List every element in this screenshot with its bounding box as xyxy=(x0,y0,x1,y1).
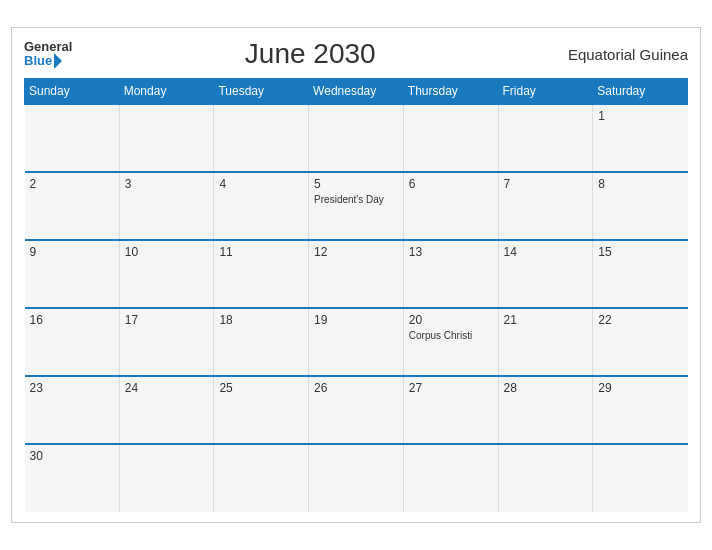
day-number: 10 xyxy=(125,245,209,259)
header-thursday: Thursday xyxy=(403,79,498,105)
day-number: 30 xyxy=(30,449,114,463)
calendar-day-cell: 25 xyxy=(214,376,309,444)
calendar-week-row: 30 xyxy=(25,444,688,512)
header-saturday: Saturday xyxy=(593,79,688,105)
calendar-day-cell: 30 xyxy=(25,444,120,512)
calendar-day-cell: 13 xyxy=(403,240,498,308)
calendar-day-cell: 18 xyxy=(214,308,309,376)
day-number: 28 xyxy=(504,381,588,395)
calendar-day-cell: 28 xyxy=(498,376,593,444)
calendar-wrapper: General Blue June 2030 Equatorial Guinea… xyxy=(11,27,701,523)
day-number: 27 xyxy=(409,381,493,395)
calendar-day-cell: 19 xyxy=(309,308,404,376)
day-number: 14 xyxy=(504,245,588,259)
day-number: 11 xyxy=(219,245,303,259)
day-number: 5 xyxy=(314,177,398,191)
calendar-day-cell xyxy=(119,104,214,172)
header-wednesday: Wednesday xyxy=(309,79,404,105)
calendar-day-cell: 24 xyxy=(119,376,214,444)
calendar-week-row: 2345President's Day678 xyxy=(25,172,688,240)
day-number: 4 xyxy=(219,177,303,191)
day-number: 6 xyxy=(409,177,493,191)
calendar-day-cell xyxy=(403,444,498,512)
header-tuesday: Tuesday xyxy=(214,79,309,105)
day-number: 16 xyxy=(30,313,114,327)
header-friday: Friday xyxy=(498,79,593,105)
day-number: 25 xyxy=(219,381,303,395)
calendar-day-cell: 23 xyxy=(25,376,120,444)
calendar-day-cell: 17 xyxy=(119,308,214,376)
calendar-day-cell: 20Corpus Christi xyxy=(403,308,498,376)
logo-triangle-icon xyxy=(54,53,62,69)
weekday-header-row: Sunday Monday Tuesday Wednesday Thursday… xyxy=(25,79,688,105)
calendar-day-cell: 7 xyxy=(498,172,593,240)
calendar-day-cell: 4 xyxy=(214,172,309,240)
day-number: 7 xyxy=(504,177,588,191)
calendar-day-cell xyxy=(498,444,593,512)
day-number: 24 xyxy=(125,381,209,395)
logo-area: General Blue xyxy=(24,40,72,69)
calendar-day-cell xyxy=(403,104,498,172)
day-number: 22 xyxy=(598,313,682,327)
header-sunday: Sunday xyxy=(25,79,120,105)
logo-blue-text: Blue xyxy=(24,53,62,69)
calendar-day-cell xyxy=(309,444,404,512)
calendar-day-cell: 12 xyxy=(309,240,404,308)
calendar-day-cell: 6 xyxy=(403,172,498,240)
calendar-week-row: 23242526272829 xyxy=(25,376,688,444)
calendar-day-cell: 14 xyxy=(498,240,593,308)
calendar-day-cell: 5President's Day xyxy=(309,172,404,240)
calendar-day-cell: 2 xyxy=(25,172,120,240)
calendar-week-row: 9101112131415 xyxy=(25,240,688,308)
event-label: President's Day xyxy=(314,193,398,206)
calendar-day-cell: 27 xyxy=(403,376,498,444)
calendar-day-cell xyxy=(119,444,214,512)
country-name: Equatorial Guinea xyxy=(548,46,688,63)
calendar-day-cell xyxy=(25,104,120,172)
calendar-day-cell: 21 xyxy=(498,308,593,376)
day-number: 9 xyxy=(30,245,114,259)
day-number: 3 xyxy=(125,177,209,191)
calendar-day-cell: 26 xyxy=(309,376,404,444)
calendar-day-cell xyxy=(309,104,404,172)
calendar-day-cell xyxy=(593,444,688,512)
day-number: 23 xyxy=(30,381,114,395)
header-monday: Monday xyxy=(119,79,214,105)
day-number: 12 xyxy=(314,245,398,259)
day-number: 18 xyxy=(219,313,303,327)
calendar-week-row: 1617181920Corpus Christi2122 xyxy=(25,308,688,376)
calendar-week-row: 1 xyxy=(25,104,688,172)
day-number: 13 xyxy=(409,245,493,259)
day-number: 29 xyxy=(598,381,682,395)
day-number: 17 xyxy=(125,313,209,327)
calendar-day-cell: 9 xyxy=(25,240,120,308)
day-number: 8 xyxy=(598,177,682,191)
day-number: 21 xyxy=(504,313,588,327)
calendar-day-cell xyxy=(498,104,593,172)
calendar-day-cell: 29 xyxy=(593,376,688,444)
calendar-day-cell: 8 xyxy=(593,172,688,240)
calendar-day-cell xyxy=(214,444,309,512)
calendar-day-cell: 10 xyxy=(119,240,214,308)
day-number: 26 xyxy=(314,381,398,395)
calendar-grid: Sunday Monday Tuesday Wednesday Thursday… xyxy=(24,78,688,512)
calendar-day-cell: 22 xyxy=(593,308,688,376)
calendar-day-cell: 1 xyxy=(593,104,688,172)
calendar-header: General Blue June 2030 Equatorial Guinea xyxy=(24,38,688,70)
day-number: 19 xyxy=(314,313,398,327)
calendar-day-cell: 16 xyxy=(25,308,120,376)
day-number: 1 xyxy=(598,109,682,123)
calendar-day-cell xyxy=(214,104,309,172)
calendar-day-cell: 11 xyxy=(214,240,309,308)
calendar-title: June 2030 xyxy=(72,38,548,70)
day-number: 2 xyxy=(30,177,114,191)
event-label: Corpus Christi xyxy=(409,329,493,342)
logo-general-text: General xyxy=(24,40,72,53)
calendar-day-cell: 15 xyxy=(593,240,688,308)
day-number: 15 xyxy=(598,245,682,259)
day-number: 20 xyxy=(409,313,493,327)
calendar-day-cell: 3 xyxy=(119,172,214,240)
